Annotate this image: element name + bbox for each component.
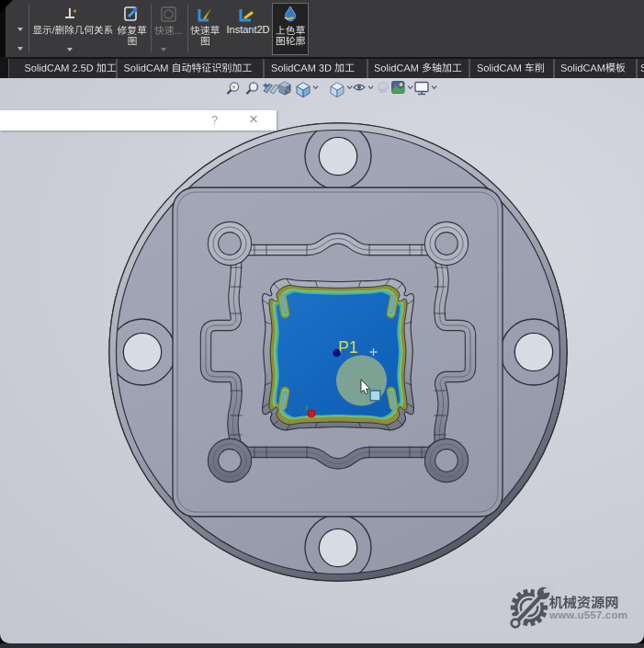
svg-text:P1: P1 [338, 338, 357, 357]
